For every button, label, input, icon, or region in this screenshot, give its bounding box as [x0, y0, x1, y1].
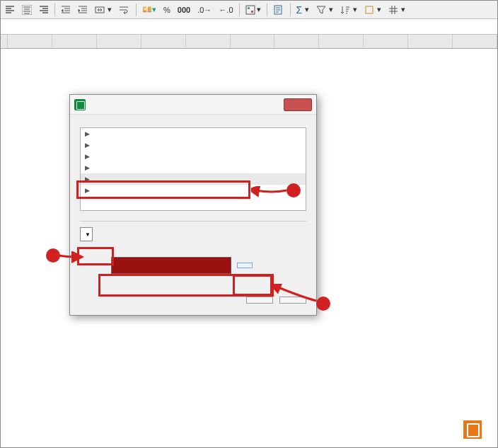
format-button[interactable]: [237, 263, 253, 268]
rule-item[interactable]: ▶: [81, 162, 306, 173]
formula-bar[interactable]: [1, 19, 497, 35]
merge-center-button[interactable]: ▾: [92, 4, 115, 16]
watermark: [463, 420, 486, 439]
duplicate-dropdown[interactable]: ▼: [80, 227, 93, 241]
highlight-box-3b: [233, 275, 272, 296]
col-header[interactable]: [186, 35, 231, 48]
cond-format-icon[interactable]: ▾: [243, 4, 264, 16]
col-header[interactable]: [364, 35, 408, 48]
arrow-1: [251, 186, 294, 214]
col-header[interactable]: [97, 35, 141, 48]
filter-button[interactable]: ▾: [313, 4, 336, 16]
comma-icon[interactable]: 000: [175, 4, 193, 16]
col-header[interactable]: [319, 35, 364, 48]
column-headers: [1, 35, 497, 49]
decimal-dec-icon[interactable]: ←.0: [216, 4, 236, 16]
dialog-titlebar[interactable]: [70, 95, 316, 115]
indent-left-icon[interactable]: [58, 4, 74, 16]
align-left-icon[interactable]: [2, 4, 18, 16]
rule-item[interactable]: ▶: [81, 139, 306, 151]
close-button[interactable]: [284, 98, 312, 111]
decimal-inc-icon[interactable]: .0→: [195, 4, 214, 16]
rule-item[interactable]: ▶: [81, 128, 306, 139]
indent-right-icon[interactable]: [75, 4, 91, 16]
format-button[interactable]: ▾: [361, 4, 384, 16]
currency-icon[interactable]: 💴▾: [139, 4, 159, 16]
highlight-box-1: [76, 180, 250, 199]
col-header[interactable]: [141, 35, 186, 48]
align-right-icon[interactable]: [36, 4, 52, 16]
autosum-button[interactable]: Σ▾: [294, 3, 313, 17]
col-header[interactable]: [52, 35, 97, 48]
svg-rect-3: [248, 7, 250, 9]
svg-rect-4: [251, 11, 253, 13]
worksheet-button[interactable]: [410, 8, 415, 11]
rule-item[interactable]: ▶: [81, 151, 306, 162]
col-header[interactable]: [274, 35, 319, 48]
col-header[interactable]: [453, 35, 497, 48]
arrow-3: [272, 284, 322, 309]
office-logo-icon: [463, 420, 482, 439]
preview-box: [111, 257, 231, 274]
wps-icon: [74, 99, 86, 110]
ribbon-toolbar: ▾ 💴▾ % 000 .0→ ←.0 ▾ Σ▾ ▾ ▾ ▾ ▾: [1, 1, 497, 19]
align-center-icon[interactable]: [19, 4, 35, 16]
wrap-text-button[interactable]: [116, 4, 133, 16]
col-header[interactable]: [408, 35, 453, 48]
col-header[interactable]: [231, 35, 275, 48]
svg-rect-6: [366, 6, 373, 13]
percent-icon[interactable]: %: [161, 4, 173, 16]
sort-button[interactable]: ▾: [337, 4, 360, 16]
doc-helper-button[interactable]: [270, 4, 287, 16]
rowcol-button[interactable]: ▾: [386, 4, 408, 16]
col-header[interactable]: [8, 35, 52, 48]
chevron-down-icon: ▼: [85, 231, 91, 238]
svg-rect-2: [246, 6, 255, 14]
arrow-2: [56, 251, 84, 265]
ok-button[interactable]: [246, 297, 273, 304]
